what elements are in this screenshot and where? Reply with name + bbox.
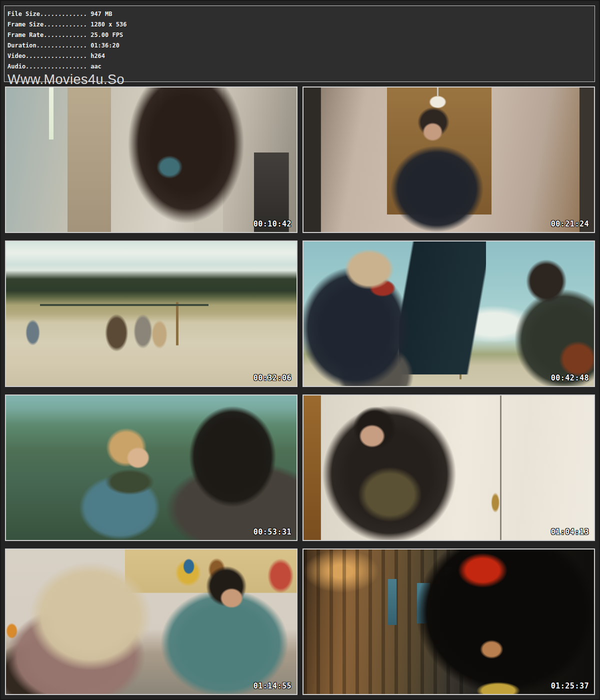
timestamp-overlay: 00:32:06: [254, 374, 292, 382]
timestamp-overlay: 00:53:31: [254, 528, 292, 536]
screenshot-grid: 00:10:42 00:21:24 00:32:06 00:42:48 00:5…: [5, 86, 595, 695]
screenshot-5: 00:53:31: [5, 394, 298, 541]
timestamp-overlay: 00:42:48: [551, 374, 589, 382]
info-line-video: Video................. h264: [8, 51, 590, 62]
timestamp-overlay: 01:14:55: [254, 682, 292, 690]
timestamp-overlay: 01:25:37: [551, 682, 589, 690]
info-line-audio: Audio................. aac: [8, 62, 590, 72]
screenshot-4: 00:42:48: [302, 240, 595, 387]
info-line-frame-rate: Frame Rate............ 25.00 FPS: [8, 30, 590, 40]
media-info-panel: File Size............. 947 MB Frame Size…: [4, 6, 595, 82]
screenshot-3: 00:32:06: [5, 240, 298, 387]
watermark: Www.Movies4u.So: [8, 72, 590, 87]
screenshot-8: 01:25:37: [302, 548, 595, 695]
timestamp-overlay: 00:10:42: [254, 220, 292, 228]
info-line-duration: Duration.............. 01:36:20: [8, 40, 590, 51]
info-line-frame-size: Frame Size............ 1280 x 536: [8, 20, 590, 30]
media-info-page: File Size............. 947 MB Frame Size…: [0, 0, 600, 700]
screenshot-2: 00:21:24: [302, 86, 595, 233]
timestamp-overlay: 01:04:13: [551, 528, 589, 536]
timestamp-overlay: 00:21:24: [551, 220, 589, 228]
screenshot-6: 01:04:13: [302, 394, 595, 541]
info-line-file-size: File Size............. 947 MB: [8, 9, 590, 20]
screenshot-7: 01:14:55: [5, 548, 298, 695]
screenshot-1: 00:10:42: [5, 86, 298, 233]
